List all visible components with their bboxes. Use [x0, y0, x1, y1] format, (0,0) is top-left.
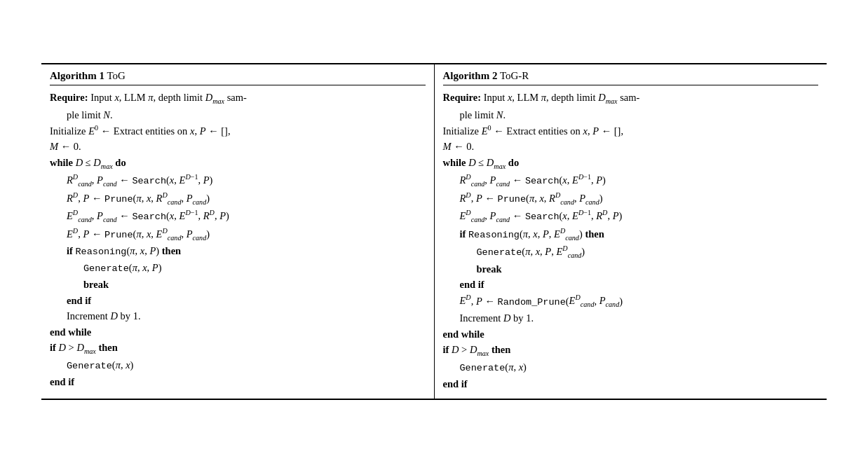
alg1-line13: end if — [50, 293, 426, 308]
alg2-line3: Initialize E0 ← Extract entities on x, P… — [443, 123, 819, 139]
alg1-line3: Initialize E0 ← Extract entities on x, P… — [50, 123, 426, 139]
alg1-line2: ple limit N. — [50, 107, 426, 123]
alg1-line10: if Reasoning(π, x, P) then — [50, 243, 426, 260]
alg2-line12: end if — [443, 277, 819, 292]
alg2-line1: Require: Input x, LLM π, depth limit Dma… — [443, 90, 819, 107]
algo2-number: Algorithm 2 — [443, 70, 498, 81]
alg2-line4: M ← 0. — [443, 139, 819, 154]
alg2-line18: end if — [443, 376, 819, 392]
alg2-line16: if D > Dmax then — [443, 342, 819, 359]
algo2-name: ToG-R — [500, 70, 529, 81]
alg2-line5: while D ≤ Dmax do — [443, 155, 819, 172]
algorithms-wrapper: Algorithm 1 ToG Require: Input x, LLM π,… — [41, 63, 827, 400]
alg1-line16: if D > Dmax then — [50, 340, 426, 357]
alg1-line6: RDcand, Pcand ← Search(x, ED−1, P) — [50, 172, 426, 189]
alg2-line10: Generate(π, x, P, EDcand) — [443, 243, 819, 261]
alg1-line12: break — [50, 277, 426, 292]
alg2-line8: EDcand, Pcand ← Search(x, ED−1, RD, P) — [443, 207, 819, 225]
alg2-line14: Increment D by 1. — [443, 310, 819, 326]
alg1-line17: Generate(π, x) — [50, 357, 426, 374]
alg1-line4: M ← 0. — [50, 139, 426, 154]
algo2-title: Algorithm 2 ToG-R — [443, 70, 819, 85]
alg1-line14: Increment D by 1. — [50, 308, 426, 324]
alg2-line13: ED, P ← Random_Prune(EDcand, Pcand) — [443, 293, 819, 310]
alg2-line2: ple limit N. — [443, 107, 819, 123]
algo1-title: Algorithm 1 ToG — [50, 70, 426, 85]
alg1-line1: Require: Input x, LLM π, depth limit Dma… — [50, 90, 426, 107]
algo2-body: Require: Input x, LLM π, depth limit Dma… — [443, 90, 819, 392]
alg2-line7: RD, P ← Prune(π, x, RDcand, Pcand) — [443, 190, 819, 207]
alg1-line18: end if — [50, 374, 426, 389]
alg2-line15: end while — [443, 326, 819, 342]
page-container: Algorithm 1 ToG Require: Input x, LLM π,… — [20, 49, 848, 414]
alg1-line9: ED, P ← Prune(π, x, EDcand, Pcand) — [50, 226, 426, 243]
alg1-line15: end while — [50, 324, 426, 340]
alg2-line11: break — [443, 261, 819, 277]
algorithm1-box: Algorithm 1 ToG Require: Input x, LLM π,… — [41, 64, 435, 399]
alg1-line5: while D ≤ Dmax do — [50, 155, 426, 172]
algo1-number: Algorithm 1 — [50, 70, 104, 81]
alg1-line7: RD, P ← Prune(π, x, RDcand, Pcand) — [50, 190, 426, 207]
alg1-line8: EDcand, Pcand ← Search(x, ED−1, RD, P) — [50, 207, 426, 225]
alg1-line11: Generate(π, x, P) — [50, 260, 426, 277]
alg2-line6: RDcand, Pcand ← Search(x, ED−1, P) — [443, 172, 819, 189]
alg2-line9: if Reasoning(π, x, P, EDcand) then — [443, 226, 819, 243]
algorithm2-box: Algorithm 2 ToG-R Require: Input x, LLM … — [435, 64, 827, 399]
algo1-body: Require: Input x, LLM π, depth limit Dma… — [50, 90, 426, 389]
alg2-line17: Generate(π, x) — [443, 359, 819, 376]
algo1-name: ToG — [107, 70, 125, 81]
